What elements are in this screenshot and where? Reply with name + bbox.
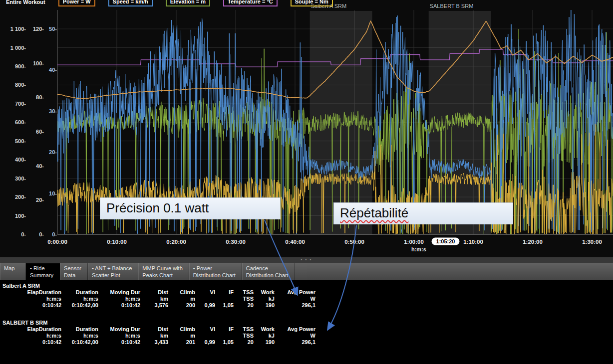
legend-item[interactable]: Elevation = m [166,0,210,6]
y-axis-tick: 30- [49,108,57,114]
tab-label-line1: MMP Curve with [142,265,182,272]
y-axis-tick: 40- [49,67,57,73]
table-cell: ElapDuration [2,289,62,296]
table-cell: 296,1 [276,302,316,309]
tab-cadence-distribution[interactable]: CadenceDistribution Chart [242,263,295,280]
y-axis-tick: 50- [49,26,57,32]
table-cell: h:m:s [99,296,141,302]
table-cell: Avg Power [276,289,316,296]
table-cell: 190 [255,339,276,346]
table-unit-row: h:m:sh:m:sh:m:skmmTSSkJW [2,333,316,339]
tab-label-line2: Summary [30,272,53,279]
annotation-precision-callout: Précision 0.1 watt [100,197,281,219]
interval-table: SALBERT B SRMElapDurationDurationMoving … [2,320,613,346]
x-axis-tick: 0:30:00 [226,239,246,245]
x-axis-tick: 0:40:00 [285,239,305,245]
table-cell: 0:10:42 [99,339,141,346]
y-axis-tick: 40- [36,163,44,169]
table-cell: VI [196,289,216,296]
table-cell: 296,1 [276,339,316,346]
y-axis-tick: 100- [15,213,26,219]
y-axis-tick: 1 100- [10,26,26,32]
table-cell: 3,576 [141,302,169,309]
table-cell [216,333,235,339]
y-axis-tick: 500- [15,138,26,144]
table-cell: TSS [235,296,255,302]
y-axis-tick: 100- [33,60,44,66]
table-cell: TSS [235,289,255,296]
table-cell: 0:10:42,00 [62,339,99,346]
table-cell: 0:10:42 [2,302,62,309]
table-cell: m [169,333,196,339]
tab-label-line1: • ANT + Balance [92,265,132,272]
table-cell: h:m:s [62,296,99,302]
table-header-row: ElapDurationDurationMoving DurDistClimbV… [2,326,316,333]
table-header-row: ElapDurationDurationMoving DurDistClimbV… [2,289,316,296]
tab-label-line1: Cadence [246,265,289,272]
interval-data-table: ElapDurationDurationMoving DurDistClimbV… [2,326,316,346]
tab-label-line2: Peaks Chart [142,272,182,279]
table-cell: Climb [169,289,196,296]
tab-sensor-data[interactable]: SensorData [60,263,88,280]
table-cell: 0:10:42,00 [62,302,99,309]
x-axis-tick: 0:20:00 [166,239,186,245]
y-axis-tick: 20- [49,149,57,155]
table-cell: 20 [235,302,255,309]
tab-mmp-curve-with-peaks[interactable]: MMP Curve withPeaks Chart [138,263,189,280]
legend-item[interactable]: Power = W [58,0,95,6]
table-cell: 200 [169,302,196,309]
tab-label-line1: Sensor [64,265,81,272]
annotation-repeatability-callout: Répétabilité [333,202,513,224]
tab-map[interactable]: Map [0,263,26,280]
tab-label-line1: • Power [193,265,236,272]
y-axis-tick: 120- [33,26,44,32]
y-axis-tick: 20- [36,197,44,203]
table-cell: Moving Dur [99,289,141,296]
entire-workout-label[interactable]: Entire Workout [6,0,45,5]
workout-chart[interactable]: Salbert A SRMSALBERT B SRM1 100-1 000-90… [0,0,613,257]
y-axis-tick: 700- [15,101,26,107]
interval-region[interactable] [310,11,372,234]
y-axis-tick: 400- [15,157,26,163]
table-value-row: 0:10:420:10:42,000:10:423,4332010,991,05… [2,339,316,346]
table-cell: kJ [255,296,276,302]
tab-label-line2: Scatter Plot [92,272,132,279]
interval-table-title: Salbert A SRM [2,283,613,289]
legend-item[interactable]: Temperature = °C [223,0,278,6]
y-axis-tick: 200- [15,194,26,200]
table-cell: 0,99 [196,339,216,346]
table-cell: 3,433 [141,339,169,346]
table-cell: Dist [141,289,169,296]
table-cell: Work [255,289,276,296]
table-cell: Duration [62,289,99,296]
x-axis-tick: 1:00:00 [404,239,424,245]
y-axis-tick: 1 000- [10,45,26,51]
table-cell: h:m:s [62,333,99,339]
tab-power-distribution[interactable]: • PowerDistribution Chart [189,263,242,280]
y-axis-tick: 300- [15,176,26,182]
legend-item[interactable]: Souple = Nm [291,0,333,6]
table-cell: IF [216,289,235,296]
tab-ant-balance-scatter[interactable]: • ANT + BalanceScatter Plot [88,263,138,280]
legend-item[interactable]: Speed = km/h [108,0,153,6]
table-cell [216,296,235,302]
tab-ride-summary[interactable]: • RideSummary [26,263,60,280]
interval-table-title: SALBERT B SRM [2,320,613,326]
table-value-row: 0:10:420:10:42,000:10:423,5762000,991,05… [2,302,316,309]
tab-label-line1: • Ride [30,265,53,272]
table-cell: Duration [62,326,99,333]
workout-analysis-app: { "legend": { "entire_workout": "Entire … [0,0,613,364]
table-cell: 0:10:42 [99,302,141,309]
tab-label-line2: Distribution Chart [246,272,289,279]
table-cell: Moving Dur [99,326,141,333]
table-cell: TSS [235,326,255,333]
table-cell: h:m:s [2,333,62,339]
table-cell: 0,99 [196,302,216,309]
y-axis-tick: 10- [49,190,57,196]
x-axis-tick: 1:30:00 [582,239,602,245]
table-cell: TSS [235,333,255,339]
table-cell: km [141,333,169,339]
workout-chart-panel[interactable]: Entire Workout Power = WSpeed = km/hElev… [0,0,613,257]
panel-resize-handle[interactable]: • • • [0,257,613,263]
table-cell: 20 [235,339,255,346]
